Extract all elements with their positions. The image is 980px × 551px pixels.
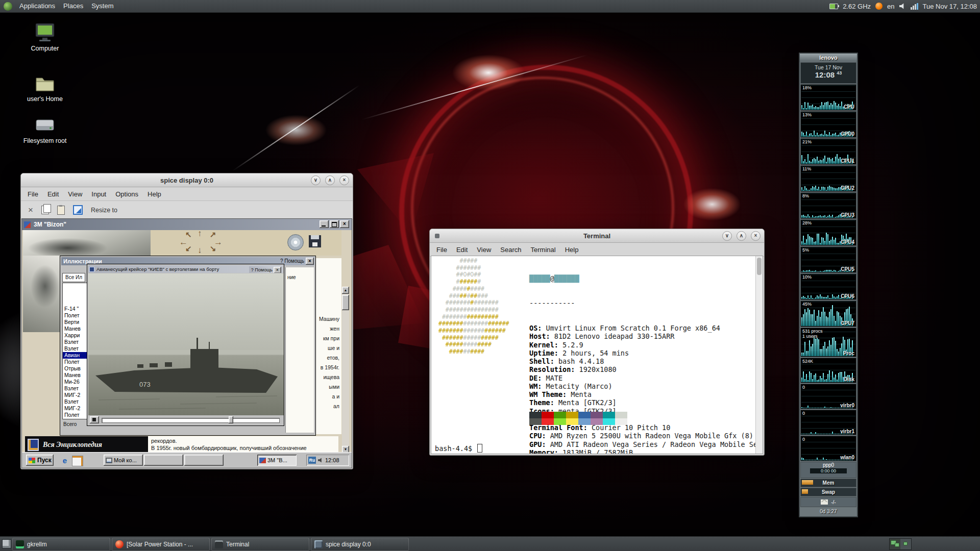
close-button[interactable]: × — [339, 176, 349, 185]
vm-start-button[interactable]: Пуск — [26, 455, 54, 466]
desktop-icon-home[interactable]: user's Home — [17, 74, 73, 103]
gkrellm-mail-panel[interactable]: -/- — [800, 497, 856, 507]
filter-button[interactable]: Все Ил — [62, 273, 85, 282]
palette-color — [615, 412, 627, 418]
spice-titlebar[interactable]: spice display 0:0 ∨ ∧ × — [21, 173, 353, 187]
hull-number: 073 — [139, 381, 151, 388]
neofetch-field: GPU: AMD ATI Radeon Vega Series / Radeon… — [529, 440, 757, 448]
menu-places[interactable]: Places — [59, 0, 87, 12]
keyboard-layout-indicator[interactable]: en — [887, 3, 894, 10]
computer-icon — [106, 458, 112, 463]
scrollbar-thumb[interactable] — [342, 295, 349, 310]
aircraft-photo — [23, 230, 151, 256]
battery-icon[interactable] — [829, 4, 838, 9]
screen-fit-icon[interactable] — [73, 205, 83, 215]
terminal-body[interactable]: ##### ####### ##O#O## ####### ######### … — [431, 256, 763, 454]
gkrellm-ppp-panel[interactable]: ppp0 0:00 00 — [800, 462, 856, 478]
navigation-arrows-icon[interactable]: ↖ ↑ ↗ ← → ↙ ↓ ↘ — [171, 230, 232, 256]
video-window[interactable]: Авианесущий крейсер "КИЕВ" с вертолетами… — [87, 264, 284, 426]
video-titlebar[interactable]: Авианесущий крейсер "КИЕВ" с вертолетами… — [88, 265, 283, 273]
vm-taskbar-button[interactable]: 3M "B... — [257, 455, 297, 466]
workspace-switcher[interactable] — [889, 538, 912, 550]
menu-input[interactable]: Input — [87, 190, 111, 198]
vm-app-titlebar[interactable]: 3M "Bizon" × — [22, 219, 352, 230]
edit-icon[interactable] — [72, 456, 83, 466]
video-help[interactable]: ? Помощь — [249, 266, 273, 273]
window-list-handle-icon[interactable] — [2, 539, 11, 548]
shade-button[interactable]: ∨ — [311, 176, 321, 185]
menu-system[interactable]: System — [87, 0, 117, 12]
save-icon[interactable] — [309, 235, 321, 247]
gkrellm-swap-meter[interactable]: Swap — [800, 488, 856, 496]
taskbar-button[interactable]: Terminal — [211, 538, 309, 551]
vm-task-label: 3M "B... — [267, 457, 287, 463]
illustrations-close-button[interactable]: × — [306, 258, 314, 265]
seek-slider-thumb[interactable] — [229, 416, 233, 423]
vm-restore-button[interactable] — [330, 220, 339, 228]
panel-clock[interactable]: Tue Nov 17, 12:08 — [923, 3, 977, 10]
vm-taskbar-button[interactable]: Мой ко... — [104, 455, 143, 466]
gkrellm-ppp-label: ppp0 — [823, 462, 834, 468]
cd-icon[interactable] — [287, 234, 304, 251]
menu-applications[interactable]: Applications — [15, 0, 59, 12]
neofetch-field: Host: 81D2 Lenovo ideapad 330-15ARR — [529, 332, 757, 340]
network-icon[interactable] — [911, 3, 918, 10]
copy-icon[interactable] — [41, 206, 49, 214]
vm-clock[interactable]: 12:08 — [325, 457, 339, 463]
taskbar-button[interactable]: [Solar Power Station - ... — [112, 538, 210, 551]
menu-file[interactable]: File — [23, 190, 43, 198]
article-text-fragment: в 1954г. — [319, 363, 339, 372]
mate-menu-icon[interactable] — [4, 2, 12, 11]
vm-taskbar-button[interactable] — [144, 455, 183, 466]
gkrellm-mem-meter[interactable]: Mem — [800, 479, 856, 487]
menu-view[interactable]: View — [63, 190, 87, 198]
vm-close-button[interactable]: × — [340, 220, 349, 228]
maximize-button[interactable]: ∧ — [737, 231, 746, 241]
article-scrollbar[interactable]: ▲ ▼ — [342, 287, 349, 453]
taskbar-button[interactable]: spice display 0:0 — [311, 538, 409, 551]
vm-volume-icon[interactable] — [318, 458, 323, 463]
gkrellm-monitor[interactable]: lenovo Tue 17 Nov 12:08 43 18%CPU13%CPU0… — [799, 53, 858, 517]
desktop-icon-computer[interactable]: Computer — [17, 22, 73, 52]
video-close-button[interactable]: × — [274, 267, 281, 273]
neofetch-user: █████ — [529, 274, 550, 283]
menu-view[interactable]: View — [472, 246, 496, 254]
detach-icon[interactable]: × — [28, 206, 33, 214]
maximize-button[interactable]: ∧ — [325, 176, 335, 185]
workspace-2[interactable] — [900, 539, 911, 549]
menu-terminal[interactable]: Terminal — [526, 246, 560, 254]
vm-language-indicator[interactable]: Ru — [308, 457, 316, 464]
scroll-up-icon[interactable]: ▲ — [342, 287, 349, 294]
paste-icon[interactable] — [57, 206, 65, 215]
seek-slider[interactable] — [102, 418, 280, 423]
notification-icon[interactable] — [875, 3, 883, 10]
close-button[interactable]: × — [751, 231, 761, 241]
vm-display[interactable]: 3M "Bizon" × ↖ ↑ ↗ ← → ↙ — [21, 218, 352, 468]
menu-options[interactable]: Options — [111, 190, 143, 198]
menu-edit[interactable]: Edit — [43, 190, 63, 198]
chart-label: virbr0 — [840, 403, 854, 408]
menu-edit[interactable]: Edit — [452, 246, 472, 254]
taskbar-button-label: [Solar Power Station - ... — [127, 541, 193, 548]
resize-to-label[interactable]: Resize to — [91, 207, 117, 214]
ascii-art-line: ################ — [438, 314, 509, 321]
terminal-titlebar[interactable]: Terminal ∨ ∧ × — [430, 229, 764, 243]
desktop-icon-filesystem[interactable]: Filesystem root — [17, 116, 73, 144]
terminal-scrollbar-thumb[interactable] — [757, 258, 762, 275]
menu-file[interactable]: File — [432, 246, 452, 254]
ie-icon[interactable]: e — [60, 456, 70, 465]
menu-search[interactable]: Search — [496, 246, 526, 254]
gkrellm-date: Tue 17 Nov — [801, 63, 856, 70]
vm-task-label: Мой ко... — [114, 457, 137, 463]
stop-button[interactable] — [90, 416, 99, 423]
vm-taskbar-button[interactable] — [184, 455, 224, 466]
vm-minimize-button[interactable] — [320, 220, 329, 228]
menu-help[interactable]: Help — [143, 190, 166, 198]
desktop-icon-label: user's Home — [27, 95, 63, 103]
menu-help[interactable]: Help — [560, 246, 583, 254]
workspace-1[interactable] — [890, 539, 900, 549]
shade-button[interactable]: ∨ — [722, 231, 732, 241]
terminal-scrollbar[interactable] — [755, 256, 763, 454]
volume-icon[interactable] — [899, 3, 906, 9]
taskbar-button[interactable]: gkrellm — [12, 538, 110, 551]
